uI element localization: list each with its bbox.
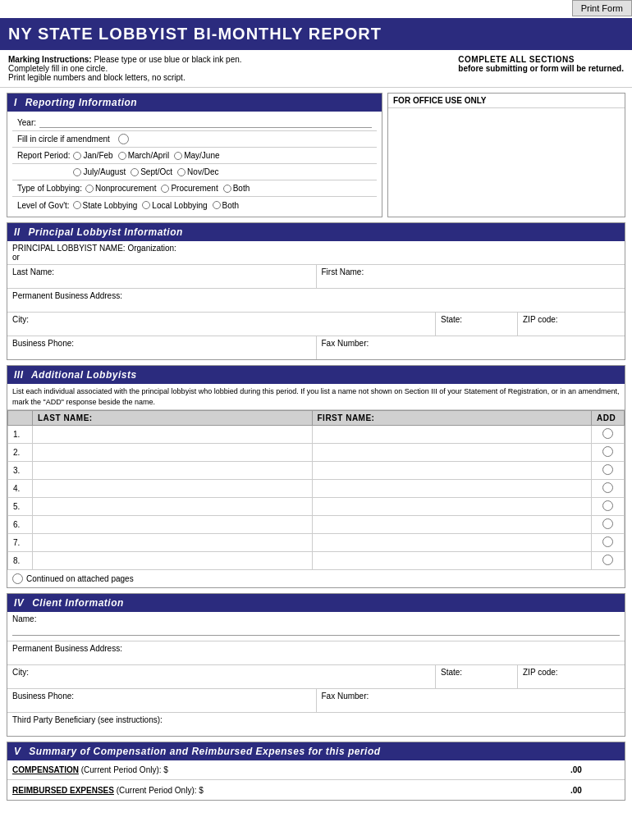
continued-radio[interactable]: [12, 573, 23, 584]
level-gov-row: Level of Gov't: State Lobbying Local Lob…: [12, 197, 377, 213]
marking-line-3: Print legible numbers and block letters,…: [8, 73, 185, 82]
level-local[interactable]: Local Lobbying: [142, 201, 207, 210]
client-city-state-zip-row: City: State: ZIP code:: [7, 665, 625, 689]
client-phone-fax-row: Business Phone: Fax Number:: [7, 689, 625, 713]
client-city-input[interactable]: [12, 677, 430, 686]
add-radio-cell: [592, 498, 625, 516]
add-radio-5[interactable]: [602, 518, 613, 529]
period-may-june[interactable]: May/June: [174, 151, 219, 160]
add-radio-0[interactable]: [602, 428, 613, 439]
lobbyist-last-name-input-6[interactable]: [38, 538, 307, 547]
add-radio-4[interactable]: [602, 500, 613, 511]
lobbyist-table: LAST NAME: FIRST NAME: ADD 1.2.3.4.5.6.7…: [7, 410, 625, 570]
lobbyist-last-name-input-3[interactable]: [38, 484, 307, 493]
lobbyist-first-name-input-1[interactable]: [318, 448, 587, 457]
client-state-cell: State:: [436, 665, 518, 689]
lobbyist-last-name-input-5[interactable]: [38, 520, 307, 529]
third-party-input[interactable]: [12, 724, 620, 733]
row-number: 1.: [8, 426, 33, 444]
page-title: NY STATE LOBBYIST BI-MONTHLY REPORT: [0, 18, 632, 50]
address-input[interactable]: [12, 300, 620, 309]
type-procurement[interactable]: Procurement: [161, 184, 218, 193]
city-input[interactable]: [12, 324, 430, 333]
section3-desc: List each individual associated with the…: [7, 384, 625, 410]
client-address-input[interactable]: [12, 653, 620, 662]
client-zip-input[interactable]: [523, 677, 620, 686]
period-nov-dec[interactable]: Nov/Dec: [177, 167, 218, 176]
amendment-radio[interactable]: [118, 134, 129, 144]
last-name-label: Last Name:: [12, 267, 54, 276]
last-name-input[interactable]: [12, 276, 311, 285]
table-row: 8.: [8, 552, 625, 570]
reimb-label: REIMBURSED EXPENSES (Current Period Only…: [12, 786, 564, 795]
report-period-row1: Report Period: Jan/Feb March/April May/J…: [12, 148, 377, 164]
lobbyist-first-name-input-3[interactable]: [318, 484, 587, 493]
city-label: City:: [12, 315, 29, 324]
client-fax-input[interactable]: [322, 701, 621, 710]
continued-label: Continued on attached pages: [26, 574, 134, 583]
client-state-input[interactable]: [441, 677, 512, 686]
table-row: 3.: [8, 462, 625, 480]
last-name-header: LAST NAME:: [33, 411, 313, 426]
lobbyist-first-name-input-0[interactable]: [318, 430, 587, 439]
zip-input[interactable]: [523, 324, 620, 333]
year-input[interactable]: [39, 118, 372, 128]
print-form-button[interactable]: Print Form: [572, 0, 632, 16]
type-lobbying-label: Type of Lobbying:: [17, 184, 82, 193]
office-use-label: FOR OFFICE USE ONLY: [388, 94, 625, 108]
level-gov-label: Level of Gov't:: [17, 201, 70, 210]
section3-container: III Additional Lobbyists List each indiv…: [7, 365, 625, 588]
add-radio-cell: [592, 480, 625, 498]
client-phone-label: Business Phone:: [12, 692, 74, 701]
type-nonprocurement[interactable]: Nonprocurement: [85, 184, 156, 193]
section2-container: II Principal Lobbyist Information PRINCI…: [7, 222, 625, 360]
complete-title: COMPLETE ALL SECTIONS: [458, 55, 624, 64]
client-phone-cell: Business Phone:: [7, 689, 317, 713]
lobbyist-last-name-input-1[interactable]: [38, 448, 307, 457]
period-jan-feb[interactable]: Jan/Feb: [73, 151, 112, 160]
add-radio-7[interactable]: [602, 555, 613, 565]
level-both[interactable]: Both: [213, 201, 240, 210]
first-name-label: First Name:: [322, 267, 364, 276]
address-label: Permanent Business Address:: [12, 291, 122, 300]
fax-input[interactable]: [322, 348, 621, 357]
type-both[interactable]: Both: [223, 184, 250, 193]
client-city-label: City:: [12, 668, 29, 677]
level-state[interactable]: State Lobbying: [73, 201, 138, 210]
add-radio-1[interactable]: [602, 446, 613, 457]
row-number: 6.: [8, 516, 33, 534]
period-sept-oct[interactable]: Sept/Oct: [131, 167, 172, 176]
lobbyist-last-name-input-0[interactable]: [38, 430, 307, 439]
row-number: 7.: [8, 534, 33, 552]
client-name-input[interactable]: [12, 626, 620, 636]
state-input[interactable]: [441, 324, 512, 333]
section1-header: I Reporting Information: [7, 94, 382, 112]
lobbyist-first-name-input-6[interactable]: [318, 538, 587, 547]
add-radio-3[interactable]: [602, 482, 613, 493]
lobbyist-first-name-input-5[interactable]: [318, 520, 587, 529]
period-july-aug[interactable]: July/August: [73, 167, 126, 176]
add-radio-cell: [592, 444, 625, 462]
lobbyist-last-name-input-4[interactable]: [38, 502, 307, 511]
first-name-input[interactable]: [322, 276, 621, 285]
client-address-row: Permanent Business Address:: [7, 641, 625, 665]
lobbyist-last-name-input-7[interactable]: [38, 556, 307, 565]
add-radio-6[interactable]: [602, 536, 613, 547]
table-row: 4.: [8, 480, 625, 498]
marking-instructions: Marking Instructions: Please type or use…: [0, 50, 632, 88]
lobbyist-first-name-input-2[interactable]: [318, 466, 587, 475]
complete-body: before submitting or form will be return…: [458, 64, 624, 73]
lobbyist-first-name-cell: [312, 480, 592, 498]
principal-name-row: PRINCIPAL LOBBYIST NAME: Organization: o…: [7, 241, 625, 265]
lobbyist-last-name-cell: [33, 480, 313, 498]
phone-input[interactable]: [12, 348, 311, 357]
lobbyist-first-name-input-4[interactable]: [318, 502, 587, 511]
period-march-april[interactable]: March/April: [118, 151, 170, 160]
lobbyist-last-name-input-2[interactable]: [38, 466, 307, 475]
client-phone-input[interactable]: [12, 701, 311, 710]
phone-fax-row: Business Phone: Fax Number:: [7, 336, 625, 359]
row-num-header: [8, 411, 33, 426]
add-radio-2[interactable]: [602, 464, 613, 475]
lobbyist-first-name-input-7[interactable]: [318, 556, 587, 565]
row-number: 3.: [8, 462, 33, 480]
